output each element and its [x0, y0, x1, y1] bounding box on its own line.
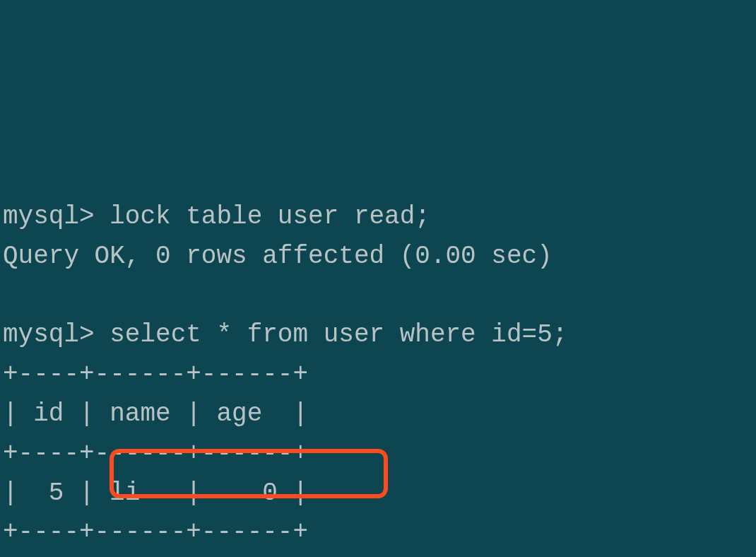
table-row: | 5 | li | 0 |	[3, 479, 308, 508]
table-border-top: +----+------+------+	[3, 360, 308, 389]
command-1: lock table user read;	[110, 202, 430, 231]
table-border-mid: +----+------+------+	[3, 439, 308, 468]
command-2: select * from user where id=5;	[110, 320, 567, 349]
mysql-prompt: mysql>	[3, 202, 95, 231]
prompt-line-1: mysql> lock table user read;	[3, 202, 430, 231]
table-header: | id | name | age |	[3, 399, 308, 428]
mysql-prompt: mysql>	[3, 320, 95, 349]
terminal-output[interactable]: mysql> lock table user read; Query OK, 0…	[0, 158, 756, 557]
table-border-bottom: +----+------+------+	[3, 517, 308, 546]
response-1: Query OK, 0 rows affected (0.00 sec)	[3, 242, 553, 271]
prompt-line-2: mysql> select * from user where id=5;	[3, 320, 567, 349]
